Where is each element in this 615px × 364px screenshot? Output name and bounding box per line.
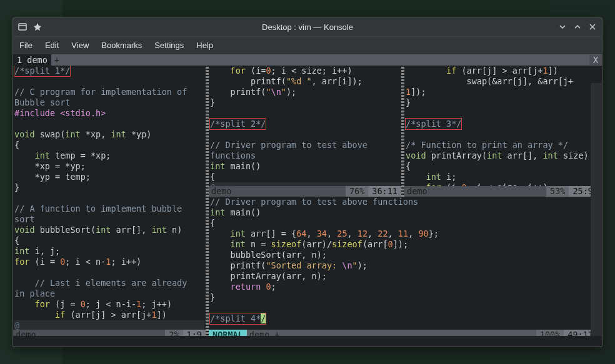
sl-name: demo <box>209 186 234 197</box>
statusline-2: demo 76% 36:11 <box>209 186 401 197</box>
konsole-window: Desktop : vim — Konsole File Edit View B… <box>12 17 602 347</box>
close-icon[interactable] <box>588 22 597 31</box>
titlebar[interactable]: Desktop : vim — Konsole <box>13 18 602 37</box>
statusline-4-active: NORMAL demo + 100% 49:11 <box>209 330 597 336</box>
menu-bookmarks[interactable]: Bookmarks <box>101 41 142 50</box>
menu-help[interactable]: Help <box>196 41 213 50</box>
sl-pos: 1:9 <box>183 330 206 336</box>
pane-1[interactable]: /*split 1*/ // C program for implementat… <box>13 66 206 336</box>
svg-rect-0 <box>19 24 26 30</box>
sl-modified: + <box>272 330 282 336</box>
statusline-1: demo 2% 1:9 <box>13 330 206 336</box>
command-line[interactable] <box>13 336 602 347</box>
tab-close[interactable]: X <box>589 55 602 65</box>
sl-pct: 76% <box>346 186 368 197</box>
sl-name: demo <box>404 186 430 197</box>
pane-4[interactable]: // Driver program to test above function… <box>209 197 597 336</box>
app-menu-icon[interactable] <box>18 22 27 31</box>
pane-3[interactable]: if (arr[j] > arr[j+1]) swap(&arr[j], &ar… <box>404 66 597 197</box>
editor-area[interactable]: /*split 1*/ // C program for implementat… <box>13 66 602 336</box>
split-marker-3: /*split 3*/ <box>406 119 461 129</box>
sl-pct: 100% <box>536 330 564 336</box>
sl-mode: NORMAL <box>209 330 247 336</box>
menu-edit[interactable]: Edit <box>45 41 59 50</box>
vim-tabline: 1 demo + X <box>13 54 602 66</box>
tab-active[interactable]: 1 demo <box>13 54 51 66</box>
sl-pct: 53% <box>546 186 569 197</box>
pin-icon[interactable] <box>33 22 42 31</box>
split-marker-4: /*split 4*/ <box>210 313 266 324</box>
sl-pos: 36:11 <box>368 186 401 197</box>
menu-file[interactable]: File <box>19 41 32 50</box>
menu-settings[interactable]: Settings <box>154 41 184 50</box>
sl-name: demo <box>13 330 39 336</box>
menubar: File Edit View Bookmarks Settings Help <box>13 37 602 54</box>
minimize-icon[interactable] <box>558 22 567 31</box>
cursor: / <box>261 313 266 323</box>
split-marker-2: /*split 2*/ <box>210 119 266 129</box>
maximize-icon[interactable] <box>573 22 582 31</box>
sl-pct: 2% <box>165 330 182 336</box>
pane-2[interactable]: for (i=0; i < size; i++) printf("%d ", a… <box>209 66 401 197</box>
scrollbar[interactable] <box>591 83 602 336</box>
tab-plus[interactable]: + <box>51 55 62 65</box>
sl-name: demo <box>247 330 272 336</box>
statusline-3: demo 53% 25:9 <box>404 186 597 197</box>
window-title: Desktop : vim — Konsole <box>62 22 553 32</box>
menu-view[interactable]: View <box>71 41 89 50</box>
split-marker-1: /*split 1*/ <box>14 66 70 76</box>
